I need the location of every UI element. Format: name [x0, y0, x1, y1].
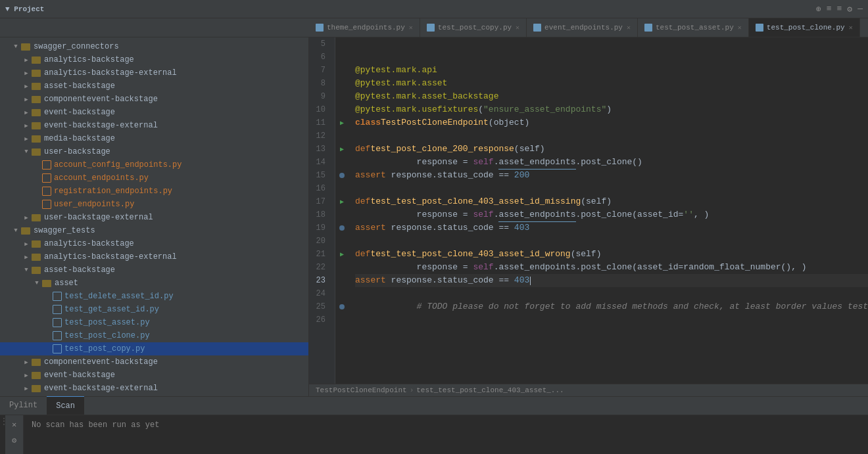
- minimize-icon[interactable]: —: [857, 4, 863, 14]
- tree-item-25[interactable]: event-backstage: [0, 369, 308, 382]
- gutter-11: ▶: [335, 116, 349, 129]
- folder-icon-18: [42, 280, 51, 287]
- bottom-tab-scan[interactable]: Scan: [47, 396, 84, 415]
- scan-status-text: No scan has been run as yet: [32, 420, 159, 430]
- tab-close-theme_endpoints[interactable]: ✕: [409, 24, 413, 32]
- file-icon-11: [42, 187, 51, 196]
- code-line-5: [355, 37, 868, 51]
- tab-close-event_endpoints[interactable]: ✕: [627, 24, 631, 32]
- tree-item-14[interactable]: swagger_tests: [0, 224, 308, 237]
- tree-item-16[interactable]: analytics-backstage-external: [0, 250, 308, 263]
- tree-item-13[interactable]: user-backstage-external: [0, 211, 308, 224]
- tab-close-test_post_clone[interactable]: ✕: [849, 24, 853, 32]
- list-icon[interactable]: ≡: [827, 4, 832, 14]
- tree-label-1: analytics-backstage: [44, 55, 134, 64]
- tree-item-9[interactable]: account_config_endpoints.py: [0, 158, 308, 171]
- close-scan-button[interactable]: ✕: [8, 418, 21, 431]
- filter-icon[interactable]: ≡: [837, 4, 842, 14]
- tree-arrow-5: [21, 107, 32, 118]
- tab-icon-test_post_clone: [756, 24, 763, 32]
- tree-item-15[interactable]: analytics-backstage: [0, 237, 308, 250]
- code-line-22: response = self.asset_endpoints.post_clo…: [355, 261, 868, 274]
- bottom-panel: PylintScan ⋮ ✕ ⚙ No scan has been run as…: [0, 396, 868, 454]
- tree-item-26[interactable]: event-backstage-external: [0, 382, 308, 395]
- tab-test_post_clone[interactable]: test_post_clone.py✕: [749, 18, 860, 37]
- tree-item-10[interactable]: account_endpoints.py: [0, 171, 308, 185]
- tree-label-18: asset: [55, 279, 78, 288]
- tree-arrow-14: [11, 225, 21, 236]
- tree-item-6[interactable]: event-backstage-external: [0, 119, 308, 132]
- tree-item-22[interactable]: test_post_clone.py: [0, 329, 308, 342]
- tree-arrow-0: [11, 41, 21, 52]
- line-num-7: 7: [309, 64, 329, 77]
- tab-test_post_copy[interactable]: test_post_copy.py✕: [420, 18, 527, 37]
- settings-scan-button[interactable]: ⚙: [8, 434, 21, 447]
- tab-event_endpoints[interactable]: event_endpoints.py✕: [527, 18, 638, 37]
- run-button-13[interactable]: ▶: [340, 145, 344, 153]
- tree-item-8[interactable]: user-backstage: [0, 145, 308, 158]
- code-line-20: [355, 235, 868, 248]
- breadcrumb-bar: TestPostCloneEndpoint › test_test_post_c…: [309, 384, 868, 396]
- tree-label-19: test_delete_asset_id.py: [64, 292, 174, 301]
- file-icon-23: [53, 344, 62, 353]
- tree-arrow-13: [21, 212, 32, 223]
- tree-arrow-22: [42, 330, 53, 341]
- bottom-tab-pylint[interactable]: Pylint: [0, 396, 47, 415]
- code-line-21: def test_test_post_clone_403_asset_id_wr…: [355, 248, 868, 261]
- run-button-11[interactable]: ▶: [340, 119, 344, 127]
- breadcrumb-separator: ›: [410, 386, 414, 394]
- tree-arrow-12: [32, 199, 42, 210]
- tree-item-17[interactable]: asset-backstage: [0, 263, 308, 277]
- tree-item-1[interactable]: analytics-backstage: [0, 53, 308, 66]
- tree-item-20[interactable]: test_get_asset_id.py: [0, 303, 308, 316]
- tree-item-18[interactable]: asset: [0, 277, 308, 290]
- line-num-21: 21: [309, 248, 329, 261]
- tree-arrow-18: [32, 278, 42, 288]
- tree-item-23[interactable]: test_post_copy.py: [0, 342, 308, 355]
- gutter-21: ▶: [335, 248, 349, 261]
- file-icon-12: [42, 200, 51, 209]
- tab-icon-event_endpoints: [533, 24, 541, 32]
- tree-item-12[interactable]: user_endpoints.py: [0, 198, 308, 211]
- line-num-19: 19: [309, 221, 329, 235]
- tree-item-19[interactable]: test_delete_asset_id.py: [0, 290, 308, 303]
- tree-item-7[interactable]: media-backstage: [0, 132, 308, 145]
- tab-theme_endpoints[interactable]: theme_endpoints.py✕: [309, 18, 420, 37]
- settings-icon[interactable]: ⚙: [847, 4, 852, 14]
- folder-icon-1: [32, 57, 41, 64]
- tab-close-test_post_copy[interactable]: ✕: [516, 24, 519, 32]
- tree-arrow-17: [21, 265, 32, 275]
- breakpoint-19: [339, 225, 345, 231]
- tree-label-0: swagger_connectors: [34, 42, 119, 51]
- code-line-11: class TestPostCloneEndpoint(object): [355, 116, 868, 129]
- tree-label-23: test_post_copy.py: [64, 344, 145, 353]
- tree-item-4[interactable]: componentevent-backstage: [0, 93, 308, 106]
- tree-item-24[interactable]: componentevent-backstage: [0, 355, 308, 369]
- tab-close-test_post_asset[interactable]: ✕: [738, 24, 742, 32]
- gutter-19: [335, 221, 349, 235]
- tab-test_post_asset[interactable]: test_post_asset.py✕: [638, 18, 749, 37]
- tree-label-14: swagger_tests: [34, 226, 95, 235]
- file-icon-19: [53, 292, 62, 301]
- tree-item-11[interactable]: registration_endpoints.py: [0, 185, 308, 198]
- code-line-16: [355, 182, 868, 195]
- tree-arrow-8: [21, 147, 32, 157]
- code-content[interactable]: @pytest.mark.api @pytest.mark.asset @pyt…: [349, 37, 868, 384]
- tree-label-11: registration_endpoints.py: [54, 187, 172, 196]
- tree-label-16: analytics-backstage-external: [44, 252, 177, 261]
- tree-label-10: account_endpoints.py: [54, 173, 149, 183]
- target-icon[interactable]: ⊕: [816, 4, 821, 14]
- tree-item-2[interactable]: analytics-backstage-external: [0, 66, 308, 79]
- tree-item-21[interactable]: test_post_asset.py: [0, 316, 308, 329]
- folder-icon-4: [32, 96, 41, 103]
- line-num-6: 6: [309, 51, 329, 64]
- line-num-14: 14: [309, 156, 329, 169]
- tree-item-3[interactable]: asset-backstage: [0, 79, 308, 93]
- bottom-toolbar: ✕ ⚙: [5, 415, 24, 454]
- run-button-21[interactable]: ▶: [340, 250, 344, 258]
- tree-item-0[interactable]: swagger_connectors: [0, 40, 308, 53]
- tree-item-5[interactable]: event-backstage: [0, 106, 308, 119]
- file-icon-20: [53, 305, 62, 314]
- tree-label-21: test_post_asset.py: [64, 318, 150, 327]
- run-button-17[interactable]: ▶: [340, 198, 344, 206]
